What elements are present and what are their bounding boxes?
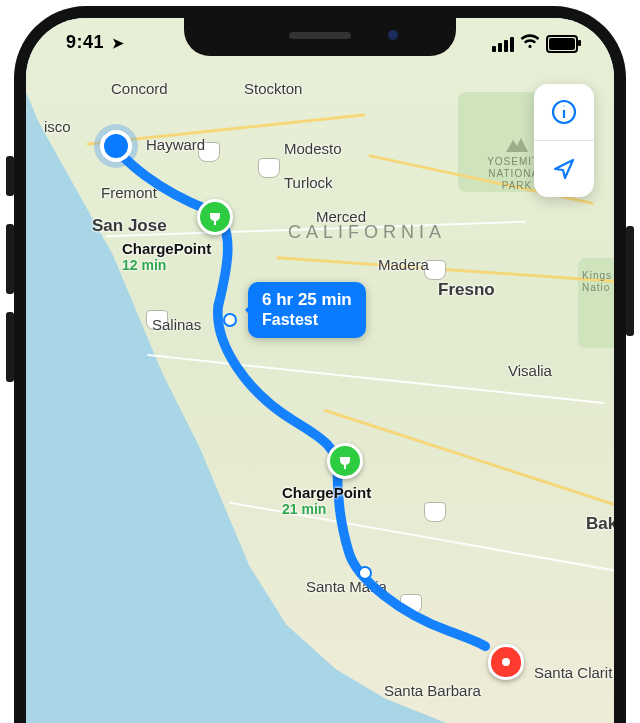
city-label: Santa Barbara [384, 682, 481, 699]
city-label: Concord [111, 80, 168, 97]
volume-down-button [6, 312, 14, 382]
status-time: 9:41 ➤ [66, 32, 124, 53]
charging-stop-wait: 21 min [282, 501, 371, 517]
route-waypoint [223, 313, 237, 327]
info-icon [550, 98, 578, 126]
city-label: Santa Clarit [534, 664, 612, 681]
region-label: CALIFORNIA [288, 222, 446, 243]
side-button [626, 226, 634, 336]
svg-point-2 [563, 105, 564, 106]
charging-stop-name: ChargePoint [122, 240, 211, 257]
route-callout-tag: Fastest [262, 310, 352, 330]
device-frame: 9:41 ➤ CALIFORNIA [0, 0, 640, 723]
route-waypoint [358, 566, 372, 580]
city-label: Salinas [152, 316, 201, 333]
city-label: Turlock [284, 174, 333, 191]
city-label: Bake [586, 514, 626, 534]
map-controls-card [534, 84, 594, 197]
info-button[interactable] [534, 84, 594, 140]
charging-stop-name: ChargePoint [282, 484, 371, 501]
charging-stop-pin[interactable] [327, 443, 363, 479]
battery-icon [546, 35, 578, 53]
cellular-icon [492, 37, 514, 52]
city-label: Fremont [101, 184, 157, 201]
destination-pin[interactable] [488, 644, 524, 680]
charging-stop-label: ChargePoint12 min [122, 240, 211, 273]
city-label: Visalia [508, 362, 552, 379]
city-label: Stockton [244, 80, 302, 97]
route-shield-icon [424, 502, 446, 522]
city-label: Madera [378, 256, 429, 273]
city-label: Modesto [284, 140, 342, 157]
location-arrow-icon [550, 155, 578, 183]
route-callout-time: 6 hr 25 min [262, 290, 352, 309]
location-services-icon: ➤ [112, 35, 125, 51]
charging-stop-wait: 12 min [122, 257, 211, 273]
route-shield-icon [258, 158, 280, 178]
city-label: San Jose [92, 216, 167, 236]
plug-icon [338, 452, 352, 470]
city-label: isco [44, 118, 71, 135]
city-label: Santa Maria [306, 578, 387, 595]
city-label: Hayward [146, 136, 205, 153]
volume-up-button [6, 224, 14, 294]
time-text: 9:41 [66, 32, 104, 52]
route-shield-icon [400, 594, 422, 614]
charging-stop-label: ChargePoint21 min [282, 484, 371, 517]
phone-screen: 9:41 ➤ CALIFORNIA [14, 6, 626, 723]
locate-me-button[interactable] [534, 140, 594, 197]
current-location-dot[interactable] [100, 130, 132, 162]
city-label: Fresno [438, 280, 495, 300]
park-label: Kings Natio [582, 270, 626, 294]
map-canvas[interactable]: CALIFORNIA YOSEMITE NATIONAL PARK Kings … [26, 18, 614, 723]
route-callout[interactable]: 6 hr 25 min Fastest [248, 282, 366, 338]
wifi-icon [520, 34, 540, 54]
mute-switch [6, 156, 14, 196]
city-label: Merced [316, 208, 366, 225]
plug-icon [208, 208, 222, 226]
notch [184, 18, 456, 56]
charging-stop-pin[interactable] [197, 199, 233, 235]
